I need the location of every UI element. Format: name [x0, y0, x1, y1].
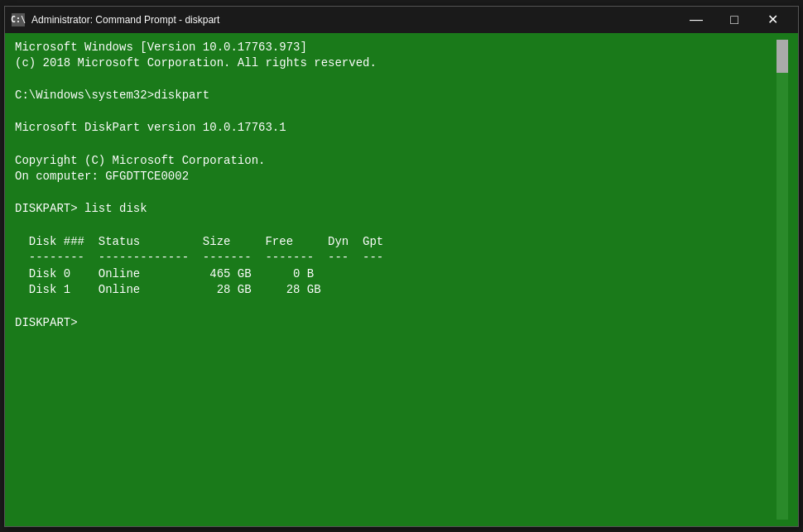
window-controls: — □ ✕ [677, 7, 791, 33]
minimize-button[interactable]: — [677, 7, 715, 33]
terminal-body[interactable]: Microsoft Windows [Version 10.0.17763.97… [5, 33, 798, 526]
cmd-window: C:\ Administrator: Command Prompt - disk… [4, 6, 799, 527]
scrollbar[interactable] [777, 40, 788, 520]
terminal-output: Microsoft Windows [Version 10.0.17763.97… [15, 40, 777, 520]
app-icon: C:\ [12, 13, 25, 26]
scrollbar-thumb[interactable] [777, 40, 788, 73]
close-button[interactable]: ✕ [753, 7, 791, 33]
titlebar: C:\ Administrator: Command Prompt - disk… [5, 7, 798, 33]
window-title: Administrator: Command Prompt - diskpart [31, 14, 677, 26]
maximize-button[interactable]: □ [715, 7, 753, 33]
